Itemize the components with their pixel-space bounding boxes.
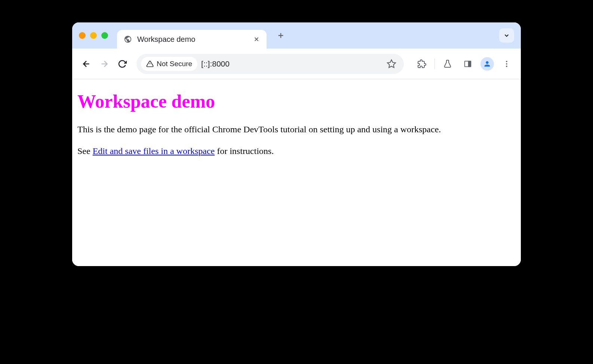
page-paragraph-2: See Edit and save files in a workspace f… [77, 145, 516, 158]
maximize-window-button[interactable] [101, 32, 108, 39]
page-paragraph-1: This is the demo page for the official C… [77, 123, 516, 136]
url-text: [::]:8000 [201, 59, 383, 68]
tab-title: Workspace demo [137, 35, 248, 44]
tab-search-button[interactable] [499, 28, 514, 43]
labs-icon[interactable] [440, 56, 455, 71]
reload-button[interactable] [115, 56, 130, 71]
browser-toolbar: Not Secure [::]:8000 [72, 49, 521, 79]
text-suffix: for instructions. [215, 146, 274, 156]
svg-marker-0 [387, 60, 396, 68]
svg-point-4 [506, 63, 507, 65]
menu-icon[interactable] [499, 56, 514, 71]
security-label: Not Secure [157, 60, 192, 68]
svg-point-3 [506, 61, 507, 62]
extensions-icon[interactable] [414, 56, 429, 71]
close-tab-icon[interactable] [253, 36, 260, 43]
svg-point-5 [506, 65, 507, 67]
address-bar[interactable]: Not Secure [::]:8000 [136, 54, 404, 74]
warning-icon [146, 60, 154, 68]
minimize-window-button[interactable] [90, 32, 97, 39]
new-tab-button[interactable] [274, 29, 288, 42]
browser-tab[interactable]: Workspace demo [117, 30, 267, 49]
text-prefix: See [77, 146, 93, 156]
tab-bar: Workspace demo [72, 22, 521, 49]
window-controls [79, 32, 108, 39]
toolbar-divider [434, 59, 435, 69]
page-content: Workspace demo This is the demo page for… [72, 79, 521, 266]
globe-icon [124, 35, 132, 43]
tutorial-link[interactable]: Edit and save files in a workspace [93, 146, 215, 156]
back-button[interactable] [79, 56, 94, 71]
side-panel-icon[interactable] [460, 56, 475, 71]
svg-rect-2 [468, 61, 471, 67]
forward-button[interactable] [97, 56, 112, 71]
page-heading: Workspace demo [77, 90, 516, 112]
toolbar-actions [414, 56, 514, 71]
profile-button[interactable] [480, 57, 494, 71]
browser-window: Workspace demo Not Secure [72, 22, 521, 266]
security-status-chip[interactable]: Not Secure [141, 57, 197, 71]
close-window-button[interactable] [79, 32, 86, 39]
bookmark-icon[interactable] [387, 59, 396, 69]
